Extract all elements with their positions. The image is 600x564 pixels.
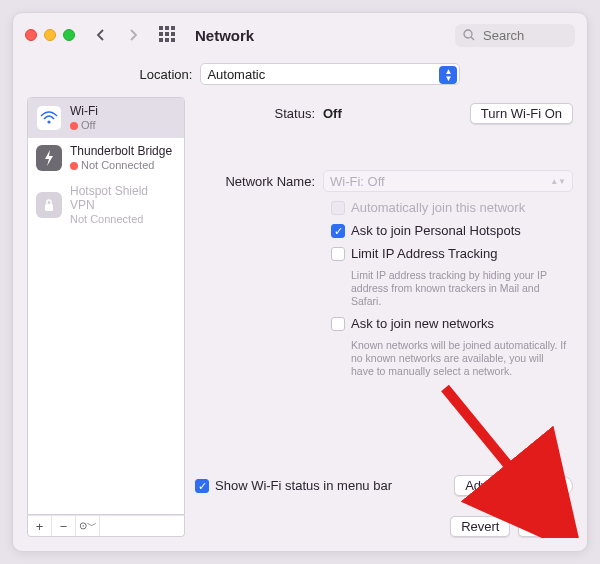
turn-wifi-on-button[interactable]: Turn Wi-Fi On [470,103,573,124]
minimize-icon[interactable] [44,29,56,41]
network-name-value: Wi-Fi: Off [330,174,385,189]
revert-button[interactable]: Revert [450,516,510,537]
status-value: Off [323,106,342,121]
window-controls [25,29,75,41]
show-menu-label: Show Wi-Fi status in menu bar [215,478,392,493]
search-input[interactable] [481,27,561,44]
wifi-icon [36,105,62,131]
location-select[interactable]: Automatic ▲▼ [200,63,460,85]
location-value: Automatic [207,67,265,82]
network-name-select: Wi-Fi: Off ▲▼ [323,170,573,192]
svg-point-2 [47,120,50,123]
show-menu-checkbox[interactable]: ✓ [195,479,209,493]
lock-icon [36,192,62,218]
sidebar-item-label: Thunderbolt Bridge [70,144,172,158]
service-actions-button[interactable]: ⊙﹀ [76,516,100,536]
chevron-up-down-icon: ▲▼ [550,178,566,185]
svg-line-1 [471,37,474,40]
show-all-icon[interactable] [159,26,177,44]
sidebar-item-label: Hotspot Shield VPN [70,184,176,212]
personal-hotspots-checkbox[interactable]: ✓ [331,224,345,238]
ask-new-help: Known networks will be joined automatica… [195,339,573,378]
back-button[interactable] [89,24,113,46]
svg-point-0 [464,30,472,38]
search-icon [463,29,475,41]
status-label: Status: [195,106,323,121]
thunderbolt-icon [36,145,62,171]
detail-panel: Status: Off Turn Wi-Fi On Network Name: … [195,97,573,537]
sidebar-item-thunderbolt[interactable]: Thunderbolt Bridge Not Connected [28,138,184,178]
limit-ip-checkbox[interactable] [331,247,345,261]
ask-new-label: Ask to join new networks [351,316,494,331]
status-dot-icon [70,162,78,170]
search-field[interactable] [455,24,575,47]
ask-new-checkbox[interactable] [331,317,345,331]
apply-button[interactable]: Apply [518,516,573,537]
advanced-button[interactable]: Advanced… [454,475,547,496]
add-service-button[interactable]: + [28,516,52,536]
svg-marker-3 [45,150,53,166]
zoom-icon[interactable] [63,29,75,41]
location-row: Location: Automatic ▲▼ [13,57,587,97]
service-list[interactable]: Wi-Fi Off Thunderbolt Bridge Not Connect… [27,97,185,515]
help-button[interactable]: ? [553,476,573,496]
sidebar-item-label: Wi-Fi [70,104,98,118]
sidebar-toolbar: + − ⊙﹀ [27,515,185,537]
auto-join-checkbox [331,201,345,215]
close-icon[interactable] [25,29,37,41]
remove-service-button[interactable]: − [52,516,76,536]
limit-ip-help: Limit IP address tracking by hiding your… [195,269,573,308]
sidebar-item-wifi[interactable]: Wi-Fi Off [28,98,184,138]
svg-rect-4 [45,204,53,211]
titlebar: Network [13,13,587,57]
chevron-up-down-icon: ▲▼ [439,66,457,84]
location-label: Location: [140,67,193,82]
service-sidebar: Wi-Fi Off Thunderbolt Bridge Not Connect… [27,97,185,537]
personal-hotspots-label: Ask to join Personal Hotspots [351,223,521,238]
network-name-label: Network Name: [195,174,323,189]
limit-ip-label: Limit IP Address Tracking [351,246,497,261]
forward-button[interactable] [121,24,145,46]
sidebar-item-vpn[interactable]: Hotspot Shield VPN Not Connected [28,178,184,232]
window-title: Network [195,27,254,44]
status-dot-icon [70,122,78,130]
auto-join-label: Automatically join this network [351,200,525,215]
network-preferences-window: Network Location: Automatic ▲▼ Wi-Fi Off [12,12,588,552]
